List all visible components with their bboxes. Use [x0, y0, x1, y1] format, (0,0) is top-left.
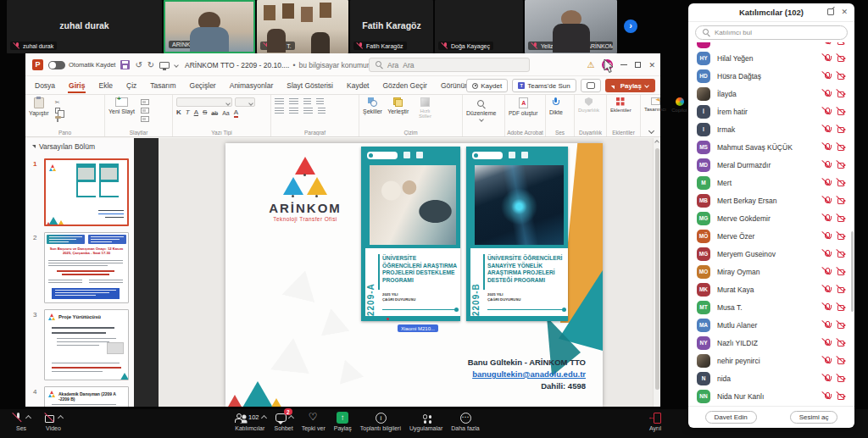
align-right-icon[interactable]: [303, 108, 313, 114]
ribbon-tab[interactable]: Animasyonlar: [229, 79, 275, 92]
reset-icon[interactable]: [141, 108, 149, 114]
mic-off-icon[interactable]: [822, 302, 832, 312]
search-box[interactable]: AraAra: [369, 58, 530, 72]
section-header[interactable]: Varsayılan Bölüm: [25, 138, 134, 152]
slide-thumbnail-1[interactable]: 1: [44, 158, 129, 226]
mic-off-icon[interactable]: [822, 71, 832, 80]
comments-button[interactable]: [581, 79, 601, 92]
camera-off-icon[interactable]: [837, 53, 846, 63]
camera-off-icon[interactable]: [837, 89, 846, 98]
caret-up-icon[interactable]: [288, 415, 294, 421]
mic-off-icon[interactable]: [822, 231, 832, 241]
slide-thumbnail-2[interactable]: 2 Son Başvuru ve Danışman Onayı: 12 Kası…: [44, 232, 129, 303]
mic-off-icon[interactable]: [822, 320, 832, 330]
participant-row[interactable]: MS Mahmut Savaş KÜÇÜK: [688, 138, 854, 156]
caret-up-icon[interactable]: [25, 415, 31, 421]
minimize-button[interactable]: [620, 64, 627, 65]
camera-off-icon[interactable]: [837, 107, 846, 116]
unmute-button[interactable]: Sesimi aç: [790, 411, 838, 424]
camera-off-icon[interactable]: [837, 125, 846, 134]
ribbon-tab[interactable]: Ekle: [97, 79, 114, 92]
cut-icon[interactable]: ✂: [55, 99, 61, 105]
control-button[interactable]: Daha fazla: [451, 409, 479, 431]
camera-off-icon[interactable]: [837, 249, 846, 258]
invite-button[interactable]: Davet Edin: [705, 411, 757, 424]
shadow-button[interactable]: ab: [211, 110, 218, 116]
layout-icon[interactable]: [141, 99, 149, 105]
create-pdf-button[interactable]: PDF oluştur: [509, 97, 537, 116]
participant-row[interactable]: MK Murat Kaya: [688, 280, 854, 298]
participant-row[interactable]: İ İrem hatir: [688, 103, 854, 120]
caret-up-icon[interactable]: [260, 415, 266, 421]
format-painter-icon[interactable]: [55, 116, 61, 119]
mic-off-icon[interactable]: [822, 107, 832, 116]
mic-off-icon[interactable]: [822, 89, 832, 98]
ribbon-tab[interactable]: Slayt Gösterisi: [286, 79, 334, 92]
vertical-scrollbar[interactable]: [653, 138, 660, 407]
undo-icon[interactable]: ↺: [135, 61, 142, 69]
ribbon-tab[interactable]: Giriş: [68, 79, 86, 92]
control-button[interactable]: 102 Katılımcılar: [234, 409, 266, 431]
contact-email[interactable]: banugultekin@anadolu.edu.tr: [468, 369, 586, 380]
mic-off-icon[interactable]: [822, 285, 832, 294]
participant-row[interactable]: İlayda: [688, 85, 854, 103]
participant-row[interactable]: HD Hüsra Dağtaş: [688, 67, 854, 85]
participant-row[interactable]: MT Musa T.: [688, 298, 854, 316]
participant-row[interactable]: I Irmak: [688, 120, 854, 138]
participant-row[interactable]: MD Meral Durmazdır: [688, 156, 854, 174]
ribbon-tab[interactable]: Geçişler: [189, 79, 217, 92]
ribbon-tab[interactable]: Tasarım: [149, 79, 176, 92]
camera-off-icon[interactable]: [837, 231, 846, 241]
ribbon-tab[interactable]: Çiz: [125, 79, 137, 92]
mic-off-icon[interactable]: [822, 213, 832, 223]
camera-off-icon[interactable]: [837, 267, 846, 276]
section-icon[interactable]: [141, 116, 149, 122]
change-case-button[interactable]: Aa: [222, 110, 230, 116]
autosave-control[interactable]: Otomatik Kaydet: [48, 61, 115, 69]
video-tile[interactable]: Yeliz Erkoç Kök - ARİNKOM T...: [525, 0, 617, 53]
ribbon-tab[interactable]: Kaydet: [346, 79, 370, 92]
align-center-icon[interactable]: [289, 108, 298, 114]
control-button[interactable]: 2 Sohbet: [275, 409, 293, 431]
popout-icon[interactable]: [827, 8, 834, 15]
camera-off-icon[interactable]: [837, 320, 846, 330]
control-button[interactable]: Uygulamalar: [409, 409, 442, 431]
leave-button[interactable]: Ayrıl: [649, 409, 661, 431]
participant-row[interactable]: MB Mert Berkay Ersan: [688, 191, 854, 209]
mic-off-icon[interactable]: [822, 53, 832, 63]
italic-button[interactable]: T: [186, 109, 190, 116]
control-button[interactable]: Tepki ver: [302, 409, 326, 431]
quick-styles-button[interactable]: Hızlı Stiller: [414, 97, 436, 119]
align-left-icon[interactable]: [275, 108, 284, 114]
paste-button[interactable]: Yapıştır: [29, 97, 49, 116]
copilot-button[interactable]: Copilot: [671, 97, 687, 113]
camera-off-icon[interactable]: [837, 302, 846, 312]
camera-off-icon[interactable]: [837, 374, 846, 383]
mic-off-icon[interactable]: [822, 338, 832, 347]
camera-off-icon[interactable]: [837, 391, 846, 401]
participant-row[interactable]: MG Merve Gökdemir: [688, 209, 854, 227]
participant-row[interactable]: MÖ Merve Özer: [688, 227, 854, 245]
present-in-teams-button[interactable]: TTeams'de Sun: [512, 79, 576, 92]
camera-off-icon[interactable]: [837, 160, 846, 169]
control-button[interactable]: Ses: [12, 409, 31, 431]
strikethrough-button[interactable]: S: [203, 109, 207, 116]
video-tile[interactable]: Doğa Kayageç: [435, 0, 523, 53]
start-slideshow-icon[interactable]: [159, 62, 170, 69]
camera-off-icon[interactable]: [837, 196, 846, 205]
mic-off-icon[interactable]: [822, 374, 832, 383]
mic-off-icon[interactable]: [822, 142, 832, 152]
scrollbar-thumb[interactable]: [655, 148, 659, 390]
bold-button[interactable]: K: [176, 109, 181, 116]
mic-off-icon[interactable]: [822, 196, 832, 205]
restore-button[interactable]: [635, 62, 641, 68]
bullets-icon[interactable]: [275, 98, 284, 105]
save-icon[interactable]: [120, 60, 130, 69]
caret-up-icon[interactable]: [58, 415, 64, 421]
participant-row[interactable]: NN Nida Nur Kanlı: [688, 387, 854, 405]
participant-search-input[interactable]: Katılımcı bul: [695, 25, 848, 40]
designer-button[interactable]: Tasarımcı: [644, 97, 666, 112]
participant-row[interactable]: nehir peynirci: [688, 352, 854, 369]
participant-row[interactable]: N nida: [688, 369, 854, 387]
autosave-toggle[interactable]: [48, 61, 65, 69]
